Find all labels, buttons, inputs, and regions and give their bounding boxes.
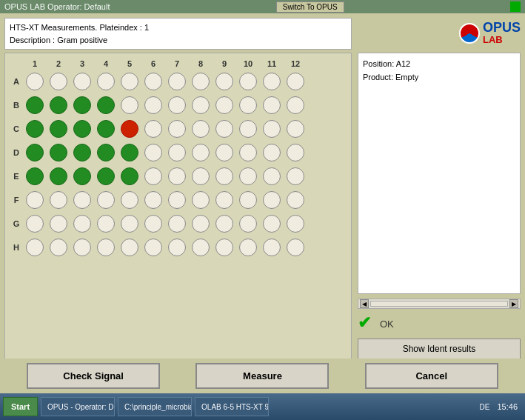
well-C10[interactable] xyxy=(236,117,260,141)
well-E3[interactable] xyxy=(70,164,94,188)
well-D3[interactable] xyxy=(70,141,94,164)
well-H1[interactable] xyxy=(23,236,47,259)
well-D6[interactable] xyxy=(141,141,165,164)
well-D11[interactable] xyxy=(260,141,284,164)
well-H2[interactable] xyxy=(47,236,70,259)
well-B10[interactable] xyxy=(236,93,260,117)
scroll-right-arrow[interactable]: ▶ xyxy=(509,299,518,308)
horizontal-scrollbar[interactable]: ◀ ▶ xyxy=(358,299,521,309)
well-C2[interactable] xyxy=(47,117,70,141)
check-signal-button[interactable]: Check Signal xyxy=(27,363,160,389)
well-E4[interactable] xyxy=(94,164,118,188)
well-F7[interactable] xyxy=(165,188,189,212)
well-B3[interactable] xyxy=(70,93,94,117)
well-B12[interactable] xyxy=(284,93,307,117)
well-E7[interactable] xyxy=(165,164,189,188)
well-G1[interactable] xyxy=(23,212,47,236)
well-C9[interactable] xyxy=(213,117,236,141)
well-C11[interactable] xyxy=(260,117,284,141)
well-B4[interactable] xyxy=(94,93,118,117)
well-C1[interactable] xyxy=(23,117,47,141)
well-E6[interactable] xyxy=(141,164,165,188)
well-H11[interactable] xyxy=(260,236,284,259)
well-E8[interactable] xyxy=(189,164,213,188)
start-button[interactable]: Start xyxy=(3,397,38,416)
well-H8[interactable] xyxy=(189,236,213,259)
well-H12[interactable] xyxy=(284,236,307,259)
well-G4[interactable] xyxy=(94,212,118,236)
well-F12[interactable] xyxy=(284,188,307,212)
well-B2[interactable] xyxy=(47,93,70,117)
well-D1[interactable] xyxy=(23,141,47,164)
well-A7[interactable] xyxy=(165,70,189,93)
switch-to-opus-button[interactable]: Switch To OPUS xyxy=(276,1,344,13)
well-H10[interactable] xyxy=(236,236,260,259)
well-G8[interactable] xyxy=(189,212,213,236)
well-G11[interactable] xyxy=(260,212,284,236)
well-F3[interactable] xyxy=(70,188,94,212)
well-G5[interactable] xyxy=(118,212,141,236)
well-G10[interactable] xyxy=(236,212,260,236)
well-E1[interactable] xyxy=(23,164,47,188)
well-C6[interactable] xyxy=(141,117,165,141)
measure-button[interactable]: Measure xyxy=(195,363,329,389)
well-A11[interactable] xyxy=(260,70,284,93)
well-E9[interactable] xyxy=(213,164,236,188)
well-H3[interactable] xyxy=(70,236,94,259)
well-A4[interactable] xyxy=(94,70,118,93)
well-D12[interactable] xyxy=(284,141,307,164)
well-C8[interactable] xyxy=(189,117,213,141)
well-G12[interactable] xyxy=(284,212,307,236)
well-F1[interactable] xyxy=(23,188,47,212)
well-B7[interactable] xyxy=(165,93,189,117)
well-D7[interactable] xyxy=(165,141,189,164)
well-A3[interactable] xyxy=(70,70,94,93)
well-F6[interactable] xyxy=(141,188,165,212)
well-D5[interactable] xyxy=(118,141,141,164)
well-C3[interactable] xyxy=(70,117,94,141)
well-H9[interactable] xyxy=(213,236,236,259)
scroll-track[interactable] xyxy=(370,301,508,307)
well-F10[interactable] xyxy=(236,188,260,212)
well-D4[interactable] xyxy=(94,141,118,164)
well-E12[interactable] xyxy=(284,164,307,188)
well-G3[interactable] xyxy=(70,212,94,236)
well-H4[interactable] xyxy=(94,236,118,259)
well-G7[interactable] xyxy=(165,212,189,236)
well-C12[interactable] xyxy=(284,117,307,141)
well-H7[interactable] xyxy=(165,236,189,259)
well-F9[interactable] xyxy=(213,188,236,212)
well-F11[interactable] xyxy=(260,188,284,212)
well-E10[interactable] xyxy=(236,164,260,188)
well-B8[interactable] xyxy=(189,93,213,117)
well-A10[interactable] xyxy=(236,70,260,93)
well-D10[interactable] xyxy=(236,141,260,164)
well-G2[interactable] xyxy=(47,212,70,236)
well-E5[interactable] xyxy=(118,164,141,188)
well-H5[interactable] xyxy=(118,236,141,259)
well-F4[interactable] xyxy=(94,188,118,212)
well-A6[interactable] xyxy=(141,70,165,93)
well-E2[interactable] xyxy=(47,164,70,188)
well-B9[interactable] xyxy=(213,93,236,117)
well-D8[interactable] xyxy=(189,141,213,164)
scroll-left-arrow[interactable]: ◀ xyxy=(360,299,369,308)
well-F8[interactable] xyxy=(189,188,213,212)
well-F2[interactable] xyxy=(47,188,70,212)
well-A12[interactable] xyxy=(284,70,307,93)
well-H6[interactable] xyxy=(141,236,165,259)
taskbar-item-principle[interactable]: C:\principle_microbial... xyxy=(118,397,192,416)
taskbar-item-opus[interactable]: OPUS - Operator: De... xyxy=(41,397,115,416)
well-B6[interactable] xyxy=(141,93,165,117)
well-F5[interactable] xyxy=(118,188,141,212)
cancel-button[interactable]: Cancel xyxy=(365,363,498,389)
well-G9[interactable] xyxy=(213,212,236,236)
well-E11[interactable] xyxy=(260,164,284,188)
well-G6[interactable] xyxy=(141,212,165,236)
well-B5[interactable] xyxy=(118,93,141,117)
well-C7[interactable] xyxy=(165,117,189,141)
taskbar-item-olab[interactable]: OLAB 6-5 HTS-XT 96T... xyxy=(195,397,269,416)
well-C5[interactable] xyxy=(118,117,141,141)
well-D2[interactable] xyxy=(47,141,70,164)
well-C4[interactable] xyxy=(94,117,118,141)
